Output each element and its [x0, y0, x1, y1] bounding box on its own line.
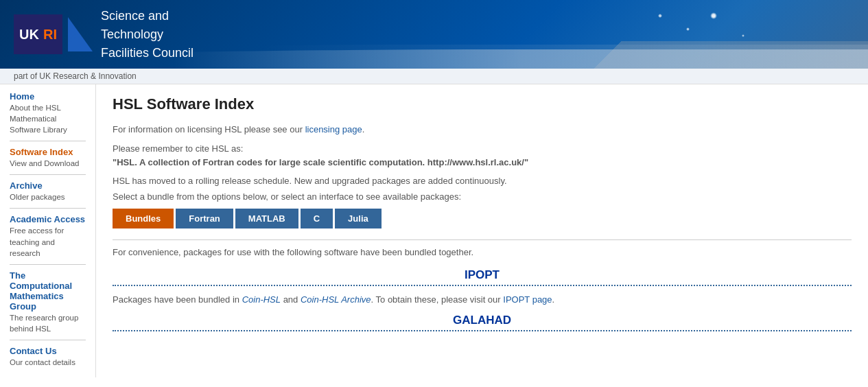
section-divider-galahad: [113, 330, 852, 331]
section-title-galahad: GALAHAD: [113, 314, 852, 327]
rolling-release-text: HSL has moved to a rolling release sched…: [113, 176, 852, 186]
site-header: UK RI Science and Technology Facilities …: [0, 0, 868, 69]
header-title: Science and Technology Facilities Counci…: [101, 7, 193, 62]
sidebar-sub-software-index: View and Download: [10, 158, 86, 169]
sidebar-link-archive[interactable]: Archive: [10, 180, 86, 191]
subheader-text: part of UK Research & Innovation: [14, 71, 137, 81]
tab-c[interactable]: C: [301, 209, 333, 228]
sidebar-divider: [10, 141, 86, 141]
main-content: HSL Software Index For information on li…: [96, 84, 868, 377]
tab-fortran[interactable]: Fortran: [176, 209, 233, 228]
select-bundle-text: Select a bundle from the options below, …: [113, 191, 852, 202]
star-icon: [686, 27, 690, 31]
sidebar-divider: [10, 340, 86, 340]
ipopt-text-pre: Packages have been bundled in: [113, 294, 242, 305]
logo-triangle: [68, 17, 93, 51]
bundle-description: For convenience, packages for use with t…: [113, 247, 852, 257]
ukri-logo: UK RI: [14, 14, 62, 54]
page-title: HSL Software Index: [113, 95, 852, 113]
ipopt-text-mid2: . To obtain these, please visit our: [371, 294, 504, 305]
tab-divider: [113, 239, 852, 240]
ipopt-page-link[interactable]: IPOPT page: [503, 294, 552, 305]
cite-pre: Please remember to cite HSL as:: [113, 142, 852, 156]
licensing-post: .: [362, 124, 365, 134]
coin-hsl-archive-link[interactable]: Coin-HSL Archive: [301, 294, 371, 305]
ipopt-description: Packages have been bundled in Coin-HSL a…: [113, 293, 852, 307]
sidebar-sub-home: About the HSL Mathematical Software Libr…: [10, 102, 86, 135]
star-icon: [710, 12, 717, 19]
star-icon: [658, 14, 662, 18]
sidebar-link-contact-us[interactable]: Contact Us: [10, 346, 86, 356]
sidebar-item-comp-math-group[interactable]: The Computational Mathematics Group The …: [10, 270, 86, 334]
section-divider-ipopt: [113, 285, 852, 286]
sidebar-sub-contact-us: Our contact details: [10, 357, 86, 368]
tab-julia[interactable]: Julia: [335, 209, 382, 228]
sidebar-item-home[interactable]: Home About the HSL Mathematical Software…: [10, 91, 86, 135]
licensing-link[interactable]: licensing page: [305, 124, 362, 134]
logo-uk-text: UK: [19, 27, 39, 42]
sidebar-link-home[interactable]: Home: [10, 91, 86, 102]
sidebar-item-software-index[interactable]: Software Index View and Download: [10, 147, 86, 169]
subheader-bar: part of UK Research & Innovation: [0, 69, 868, 84]
sidebar-link-academic-access[interactable]: Academic Access: [10, 214, 86, 224]
coin-hsl-link[interactable]: Coin-HSL: [242, 294, 281, 305]
sidebar-item-contact-us[interactable]: Contact Us Our contact details: [10, 346, 86, 368]
sidebar-sub-academic-access: Free access for teaching and research: [10, 225, 86, 258]
tab-matlab[interactable]: MATLAB: [235, 209, 298, 228]
ipopt-text-mid1: and: [281, 294, 301, 305]
page-layout: Home About the HSL Mathematical Software…: [0, 84, 868, 377]
sidebar-divider: [10, 208, 86, 209]
sidebar-link-software-index[interactable]: Software Index: [10, 147, 86, 157]
licensing-pre: For information on licensing HSL please …: [113, 124, 305, 134]
citation-box: Please remember to cite HSL as: "HSL. A …: [113, 142, 852, 171]
sidebar-divider: [10, 264, 86, 265]
tab-bundles[interactable]: Bundles: [113, 209, 174, 228]
ipopt-text-post: .: [552, 294, 555, 305]
sidebar-item-academic-access[interactable]: Academic Access Free access for teaching…: [10, 214, 86, 258]
sidebar: Home About the HSL Mathematical Software…: [0, 84, 96, 377]
section-title-ipopt: IPOPT: [113, 268, 852, 282]
cite-quote: "HSL. A collection of Fortran codes for …: [113, 156, 852, 170]
sidebar-divider: [10, 174, 86, 175]
sidebar-sub-archive: Older packages: [10, 191, 86, 202]
sidebar-item-archive[interactable]: Archive Older packages: [10, 180, 86, 202]
header-swoosh: [0, 49, 868, 69]
licensing-info: For information on licensing HSL please …: [113, 123, 852, 137]
interface-tabs: Bundles Fortran MATLAB C Julia: [113, 209, 852, 228]
sidebar-link-comp-math-group[interactable]: The Computational Mathematics Group: [10, 270, 86, 312]
sidebar-sub-comp-math-group: The research group behind HSL: [10, 312, 86, 334]
logo-ri-text: RI: [43, 27, 57, 42]
star-icon: [742, 34, 744, 37]
